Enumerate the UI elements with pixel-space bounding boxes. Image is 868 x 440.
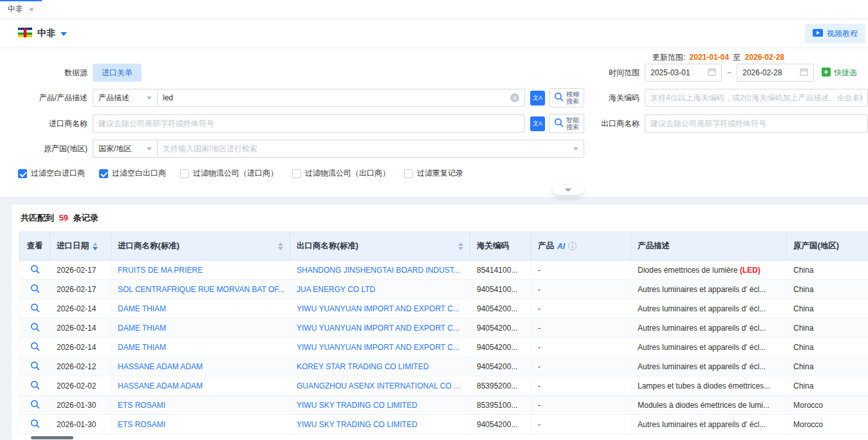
- cell-product-desc: Modules à diodes émettrices de lumi...: [631, 396, 787, 415]
- checkbox-icon[interactable]: [292, 169, 301, 178]
- cell-import-date: 2026-02-14: [50, 318, 111, 338]
- fuzzy-search-button[interactable]: 模糊 搜索: [549, 88, 584, 107]
- view-record-button[interactable]: [20, 380, 50, 390]
- product-type-select[interactable]: 产品描述: [93, 89, 157, 107]
- cell-origin: Morocco: [787, 415, 868, 434]
- sort-icon[interactable]: [93, 243, 98, 250]
- cell-hs-code: 94054200...: [470, 357, 531, 376]
- results-table: 查看 进口日期 进口商名称(标准): [19, 232, 868, 434]
- page-header: 中非 视频教程: [0, 19, 868, 48]
- checkbox-icon[interactable]: [404, 169, 413, 178]
- tab-bar: 中非 ×: [0, 0, 868, 19]
- cell-exporter-link[interactable]: YIWU SKY TRADING CO LIMITED: [290, 415, 470, 434]
- datasource-chip-import-declarations[interactable]: 进口关单: [93, 64, 142, 82]
- tab-close-icon[interactable]: ×: [29, 5, 34, 14]
- cell-exporter-link[interactable]: YIWU YUANYUAN IMPORT AND EXPORT C...: [290, 318, 470, 338]
- checkbox-label: 过滤物流公司（出口商）: [305, 168, 390, 179]
- video-tutorial-button[interactable]: 视频教程: [805, 24, 865, 43]
- view-record-button[interactable]: [20, 419, 50, 428]
- translate-icon[interactable]: 文A: [530, 91, 545, 105]
- checkbox-filter-blank-exporter[interactable]: 过滤空白出口商: [99, 168, 166, 179]
- table-row: 2026-02-17 SOL CENTRAFRIQUE RUE MORVAN B…: [20, 280, 868, 299]
- info-icon[interactable]: i: [568, 242, 577, 250]
- tab-zhongfei[interactable]: 中非 ×: [0, 0, 42, 19]
- date-from-input[interactable]: 2025-03-01: [645, 64, 722, 82]
- checkbox-label: 过滤空白出口商: [112, 168, 166, 179]
- cell-importer-link[interactable]: ETS ROSAMI: [111, 396, 290, 415]
- col-import-date[interactable]: 进口日期: [50, 232, 111, 261]
- cell-origin: China: [787, 357, 868, 376]
- form-row-origin: 原产国(地区) 国家/地区: [0, 140, 868, 158]
- hs-code-label: 海关编码: [584, 93, 640, 104]
- clear-input-icon[interactable]: ×: [510, 93, 519, 102]
- summary-suffix: 条记录: [73, 213, 98, 223]
- cell-importer-link[interactable]: DAME THIAM: [111, 318, 290, 338]
- date-to-input[interactable]: 2026-02-28: [737, 64, 814, 82]
- cell-exporter-link[interactable]: YIWU YUANYUAN IMPORT AND EXPORT C...: [290, 299, 470, 318]
- cell-importer-link[interactable]: ETS ROSAMI: [111, 415, 290, 434]
- view-record-button[interactable]: [20, 342, 50, 351]
- cell-product-desc: Autres luminaires et appareils d' écl...: [631, 415, 787, 434]
- checkbox-filter-blank-importer[interactable]: 过滤空白进口商: [18, 168, 85, 179]
- checkbox-filter-logistics-importer[interactable]: 过滤物流公司（进口商）: [180, 168, 278, 179]
- cell-exporter-link[interactable]: GUANGZHOU ASENX INTERNATIONAL CO ...: [290, 376, 470, 396]
- cell-importer-link[interactable]: HASSANE ADAM ADAM: [111, 376, 290, 396]
- product-desc-input[interactable]: [163, 93, 506, 102]
- checkbox-icon[interactable]: [180, 169, 189, 178]
- cell-exporter-link[interactable]: KOREY STAR TRADING CO LIMITED: [290, 357, 470, 376]
- view-record-button[interactable]: [20, 399, 50, 409]
- time-range-label: 时间范围: [584, 68, 640, 78]
- cell-origin: China: [787, 318, 868, 338]
- view-record-button[interactable]: [20, 303, 50, 313]
- view-record-button[interactable]: [20, 361, 50, 371]
- table-row: 2026-02-14 DAME THIAM YIWU YUANYUAN IMPO…: [20, 338, 868, 357]
- smart-search-button[interactable]: 智能 搜索: [549, 114, 584, 133]
- checkbox-icon[interactable]: [99, 169, 108, 178]
- view-record-button[interactable]: [20, 264, 50, 274]
- update-range-label: 更新范围:: [652, 53, 685, 62]
- checkbox-filter-duplicates[interactable]: 过滤重复记录: [404, 168, 463, 179]
- cell-importer-link[interactable]: SOL CENTRAFRIQUE RUE MORVAN BAT OF...: [111, 280, 290, 299]
- cell-hs-code: 94054200...: [470, 299, 531, 318]
- cell-importer-link[interactable]: DAME THIAM: [111, 299, 290, 318]
- filter-panel: 更新范围: 2021-01-04 至 2026-02-28 数据源 进口关单 时…: [0, 48, 868, 197]
- cell-importer-link[interactable]: DAME THIAM: [111, 338, 290, 357]
- cell-hs-code: 85395200...: [470, 376, 531, 396]
- checkbox-filter-logistics-exporter[interactable]: 过滤物流公司（出口商）: [292, 168, 390, 179]
- checkbox-icon[interactable]: [18, 169, 27, 178]
- importer-input[interactable]: [98, 119, 519, 128]
- translate-icon[interactable]: 文A: [530, 116, 545, 131]
- origin-label: 原产国(地区): [0, 143, 88, 154]
- product-desc-input-wrap: ×: [157, 89, 525, 107]
- video-button-label: 视频教程: [827, 28, 858, 39]
- country-selector[interactable]: 中非: [18, 28, 67, 39]
- chevron-down-icon: [573, 147, 578, 151]
- cell-hs-code: 94054200...: [470, 415, 531, 434]
- cell-importer-link[interactable]: HASSANE ADAM ADAM: [111, 357, 290, 376]
- view-record-button[interactable]: [20, 284, 50, 293]
- view-record-button[interactable]: [20, 322, 50, 332]
- cell-exporter-link[interactable]: YIWU SKY TRADING CO LIMITED: [290, 396, 470, 415]
- sort-icon[interactable]: [458, 243, 463, 250]
- col-exporter[interactable]: 出口商名称(标准): [290, 232, 470, 261]
- sort-icon[interactable]: [278, 243, 283, 250]
- collapse-panel-button[interactable]: [553, 185, 584, 195]
- quick-select-button[interactable]: 快捷选: [822, 68, 857, 78]
- origin-input[interactable]: [163, 144, 569, 153]
- chevron-down-icon: [565, 188, 571, 192]
- origin-type-select[interactable]: 国家/地区: [93, 140, 157, 158]
- col-importer[interactable]: 进口商名称(标准): [111, 232, 290, 261]
- horizontal-scrollbar-thumb[interactable]: [31, 436, 73, 439]
- cell-exporter-link[interactable]: SHANDONG JINSHENGTAI BOARD INDUST...: [290, 261, 470, 280]
- exporter-input[interactable]: [651, 119, 862, 128]
- cell-product-desc: Autres luminaires et appareils d' écl...: [631, 299, 787, 318]
- cell-exporter-link[interactable]: YIWU YUANYUAN IMPORT AND EXPORT C...: [290, 338, 470, 357]
- cell-importer-link[interactable]: FRUITS DE MA PRIERE: [111, 261, 290, 280]
- col-product-ai: 产品 AI i: [531, 232, 631, 261]
- hs-code-input[interactable]: [651, 93, 862, 102]
- cell-exporter-link[interactable]: JUA ENERGY CO LTD: [290, 280, 470, 299]
- cell-origin: China: [787, 376, 868, 396]
- cell-product-ai: -: [531, 261, 631, 280]
- results-table-body: 2026-02-17 FRUITS DE MA PRIERE SHANDONG …: [20, 261, 868, 434]
- cell-hs-code: 94054200...: [470, 318, 531, 338]
